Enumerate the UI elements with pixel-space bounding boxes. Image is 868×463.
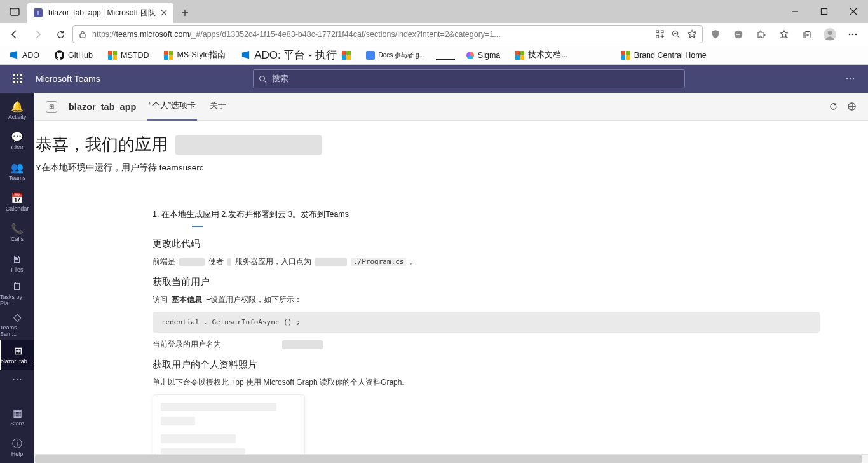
bookmark-divider	[436, 59, 455, 60]
svg-rect-4	[822, 9, 827, 15]
chat-icon: 💬	[11, 132, 24, 142]
app-name: blazor_tab_app	[69, 102, 136, 112]
bookmark-techdocs[interactable]: 技术文档...	[512, 48, 571, 62]
svg-text:T: T	[36, 10, 40, 16]
svg-rect-5	[80, 34, 85, 38]
current-user-line: 访问基本信息+设置用户权限，如下所示：	[153, 294, 820, 305]
section-current-user: 获取当前用户	[153, 276, 820, 288]
rail-more-icon[interactable]: ⋯	[12, 370, 22, 388]
adblock-icon[interactable]	[727, 24, 750, 45]
svg-point-19	[850, 78, 851, 79]
address-bar[interactable]: https://teams.microsoft.com/_#/apps/d133…	[72, 25, 703, 43]
svg-point-13	[828, 31, 832, 35]
nav-back-button[interactable]	[4, 24, 25, 45]
phone-icon: 📞	[11, 224, 24, 234]
ms-icon	[515, 51, 524, 60]
bookmark-msstyle[interactable]: MS-Style指南	[160, 48, 229, 62]
tab-strip-icon[interactable]	[3, 0, 27, 23]
svg-rect-8	[656, 35, 659, 38]
rail-calendar[interactable]: 📅Calendar	[0, 187, 34, 218]
add-app-icon[interactable]	[655, 29, 665, 39]
app-launcher-icon[interactable]	[5, 66, 31, 92]
bookmark-brandcentral[interactable]: Brand Central Home	[618, 50, 710, 61]
nav-refresh-button[interactable]	[50, 24, 71, 45]
github-icon	[55, 50, 64, 60]
edit-code-line: 前端是 使者 服务器应用，入口点为 ./Program.cs 。	[153, 256, 820, 267]
new-tab-button[interactable]	[173, 3, 196, 23]
window-maximize-button[interactable]	[810, 0, 839, 23]
nav-forward-button[interactable]	[27, 24, 48, 45]
rail-calls[interactable]: 📞Calls	[0, 218, 34, 248]
app-header-icon: ⊞	[46, 101, 57, 113]
rail-store[interactable]: ▦Store	[0, 402, 34, 432]
doc-icon	[366, 51, 375, 60]
browser-tab-active[interactable]: T blazor_tab_app | Microsoft 团队	[27, 3, 173, 23]
search-icon	[259, 75, 267, 83]
code-snippet: redential . GetuserInfoAsync () ;	[153, 312, 820, 333]
step-underline	[192, 226, 203, 227]
rail-teams-sample[interactable]: ◇Teams Sam...	[0, 309, 34, 340]
figma-icon	[466, 52, 474, 59]
svg-point-20	[853, 78, 854, 79]
app-icon: ⊞	[14, 346, 22, 356]
search-placeholder: 搜索	[272, 73, 288, 85]
bookmarks-bar: ADO GitHub MSTDD MS-Style指南 ADO: 平台 - 执行…	[0, 46, 868, 65]
rail-files[interactable]: 🗎Files	[0, 248, 34, 279]
tab-close-icon[interactable]	[161, 10, 167, 16]
bookmark-sigma[interactable]: Sigma	[463, 50, 504, 61]
page-subtitle: Y在本地环境中运行，用户等待 teamsuserc	[36, 163, 204, 172]
rail-activity[interactable]: 🔔Activity	[0, 95, 34, 126]
svg-rect-1	[10, 8, 19, 10]
ms-icon	[164, 51, 173, 60]
bookmark-mstdd[interactable]: MSTDD	[104, 50, 153, 61]
svg-point-14	[849, 34, 851, 36]
extensions-icon[interactable]	[750, 24, 773, 45]
zoom-icon[interactable]	[671, 29, 681, 39]
help-icon: ⓘ	[12, 439, 22, 449]
svg-point-17	[259, 76, 264, 81]
rail-blazor-app[interactable]: ⊞blazor_tab_...	[0, 340, 34, 370]
bookmark-ado[interactable]: ADO	[5, 49, 43, 61]
refresh-tab-icon[interactable]	[829, 102, 838, 111]
collections-icon[interactable]	[796, 24, 818, 45]
favorites-list-icon[interactable]	[773, 24, 796, 45]
popout-tab-icon[interactable]	[847, 102, 857, 111]
svg-rect-6	[656, 31, 659, 33]
bookmark-docs[interactable]: Docs 参与者 g...	[362, 50, 428, 61]
rail-tasks[interactable]: 🗒Tasks by Pla...	[0, 279, 34, 309]
bookmark-github[interactable]: GitHub	[51, 49, 97, 61]
horizontal-scrollbar[interactable]	[34, 454, 868, 463]
teams-header-more-icon[interactable]	[837, 74, 863, 84]
store-icon: ▦	[13, 408, 22, 418]
site-info-icon[interactable]	[78, 30, 87, 39]
rail-chat[interactable]: 💬Chat	[0, 126, 34, 156]
section-profile-photo: 获取用户的个人资料照片	[153, 359, 820, 371]
shield-icon[interactable]	[704, 24, 727, 45]
profile-icon[interactable]	[818, 24, 841, 45]
profile-card[interactable]	[153, 394, 305, 463]
rail-help[interactable]: ⓘHelp	[0, 432, 34, 463]
svg-point-18	[846, 78, 848, 79]
window-close-button[interactable]	[839, 0, 868, 23]
bell-icon: 🔔	[11, 102, 24, 112]
ms-icon	[342, 51, 351, 60]
file-icon: 🗎	[12, 254, 22, 265]
svg-rect-7	[661, 31, 663, 33]
svg-point-16	[855, 34, 857, 36]
people-icon: 👥	[11, 163, 24, 173]
favorite-star-icon[interactable]	[687, 29, 697, 39]
url-text: https://teams.microsoft.com/_#/apps/d133…	[92, 30, 501, 39]
tab-about[interactable]: 关于	[208, 92, 227, 121]
teams-search-input[interactable]: 搜索	[253, 69, 685, 88]
rail-teams[interactable]: 👥Teams	[0, 156, 34, 187]
calendar-icon: 📅	[11, 193, 24, 204]
svg-point-15	[852, 34, 854, 36]
profile-photo-line: 单击以下命令以授权此 +pp 使用 Microsoft Graph 读取你的个人…	[153, 377, 820, 388]
ado-icon	[9, 50, 18, 60]
tab-personal[interactable]: “个人”选项卡	[147, 92, 197, 121]
bookmark-adoplatform[interactable]: ADO: 平台 - 执行	[237, 46, 354, 64]
window-minimize-button[interactable]	[780, 0, 810, 23]
page-title: 恭喜，我们的应用	[36, 134, 168, 156]
tab-favicon-teams-icon: T	[33, 8, 43, 18]
browser-more-icon[interactable]	[841, 24, 864, 45]
